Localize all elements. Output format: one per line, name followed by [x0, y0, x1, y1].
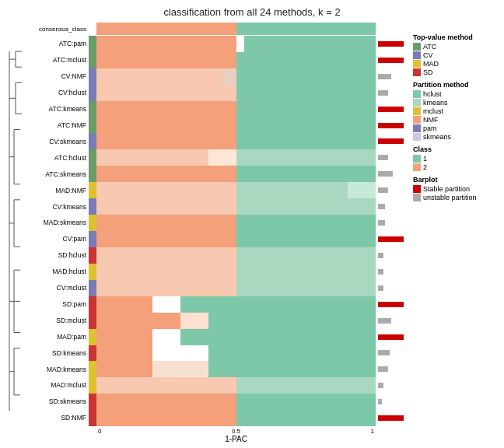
- x-tick-1: 1: [371, 428, 374, 435]
- row-label: MAD:skmeans: [34, 219, 89, 226]
- row-label: CV:mclust: [34, 284, 89, 292]
- row-label: SD:kmeans: [34, 349, 89, 357]
- legend-mad: MAD: [413, 60, 498, 68]
- row-label: MAD:hclust: [34, 268, 89, 275]
- top-value-title: Top-value method: [413, 33, 498, 41]
- legend-stable: Stable partition: [413, 185, 498, 193]
- row-label: SD:hclust: [34, 251, 89, 259]
- legend-cv-label: CV: [423, 51, 433, 59]
- legend-hclust: hclust: [413, 90, 498, 98]
- barplot-title: Barplot: [413, 176, 498, 184]
- row-label: ATC:hclust: [34, 154, 89, 162]
- legend-skmeans: skmeans: [413, 133, 498, 141]
- legend-pam: pam: [413, 124, 498, 132]
- legend-mclust-label: mclust: [423, 107, 443, 115]
- row-label: CV:pam: [34, 235, 89, 243]
- heatmap-area: ATC:pam ATC:mclust CV:NMF CV:hclust ATC:…: [6, 36, 408, 426]
- row-label: CV:NMF: [34, 72, 89, 80]
- x-tick-05: 0.5: [232, 428, 240, 435]
- color-strip: [89, 36, 96, 426]
- dendrogram: [6, 36, 34, 426]
- row-label: ATC:kmeans: [34, 105, 89, 113]
- legend-unstable-label: unstable partition: [423, 194, 477, 201]
- class-title: Class: [413, 145, 498, 153]
- legend-hclust-label: hclust: [423, 90, 442, 98]
- legend-stable-label: Stable partition: [423, 185, 470, 193]
- main-container: classification from all 24 methods, k = …: [0, 0, 504, 448]
- heatmap: [96, 36, 376, 426]
- row-label: CV:kmeans: [34, 203, 89, 211]
- row-label: SD:pam: [34, 300, 89, 308]
- row-label: CV:hclust: [34, 89, 89, 96]
- legend-mclust: mclust: [413, 107, 498, 115]
- x-label-row: 1-PAC: [6, 435, 408, 443]
- x-tick-0: 0: [98, 428, 101, 435]
- row-label: ATC:NMF: [34, 121, 89, 129]
- row-label: MAD:NMF: [34, 187, 89, 194]
- legend-class1: 1: [413, 155, 498, 163]
- legend-atc-label: ATC: [423, 43, 436, 51]
- row-label: MAD:pam: [34, 333, 89, 341]
- row-label: SD:skmeans: [34, 397, 89, 405]
- legend-skmeans-label: skmeans: [423, 133, 451, 141]
- legend-class1-label: 1: [423, 155, 427, 163]
- x-axis-label: 1-PAC: [96, 435, 376, 443]
- x-axis-area: 0 0.5 1: [6, 428, 408, 435]
- legend-unstable: unstable partition: [413, 194, 498, 201]
- legend-cv: CV: [413, 51, 498, 59]
- legend-mad-label: MAD: [423, 60, 439, 68]
- legend-sd: SD: [413, 68, 498, 76]
- row-label: ATC:skmeans: [34, 170, 89, 178]
- row-label: ATC:mclust: [34, 56, 89, 64]
- row-label: CV:skmeans: [34, 138, 89, 145]
- legend-sd-label: SD: [423, 68, 433, 76]
- legend-class2: 2: [413, 163, 498, 171]
- legend-class2-label: 2: [423, 163, 427, 171]
- consensus-label: consensus_class: [34, 23, 89, 35]
- legend-kmeans-label: kmeans: [423, 99, 448, 107]
- legend-kmeans: kmeans: [413, 99, 498, 107]
- row-label: ATC:pam: [34, 40, 89, 47]
- legend-atc: ATC: [413, 43, 498, 51]
- row-label: MAD:mclust: [34, 381, 89, 389]
- row-labels: ATC:pam ATC:mclust CV:NMF CV:hclust ATC:…: [34, 36, 89, 426]
- legend: Top-value method ATC CV MAD SD Partition…: [408, 23, 498, 443]
- consensus-row: [96, 23, 376, 35]
- row-label: MAD:kmeans: [34, 366, 89, 373]
- chart-title: classification from all 24 methods, k = …: [6, 6, 498, 18]
- barplot: [376, 36, 408, 426]
- row-label: SD:NMF: [34, 414, 89, 422]
- legend-nmf: NMF: [413, 116, 498, 124]
- row-label: SD:mclust: [34, 317, 89, 324]
- partition-title: Partition method: [413, 81, 498, 89]
- legend-nmf-label: NMF: [423, 116, 439, 124]
- legend-pam-label: pam: [423, 124, 437, 132]
